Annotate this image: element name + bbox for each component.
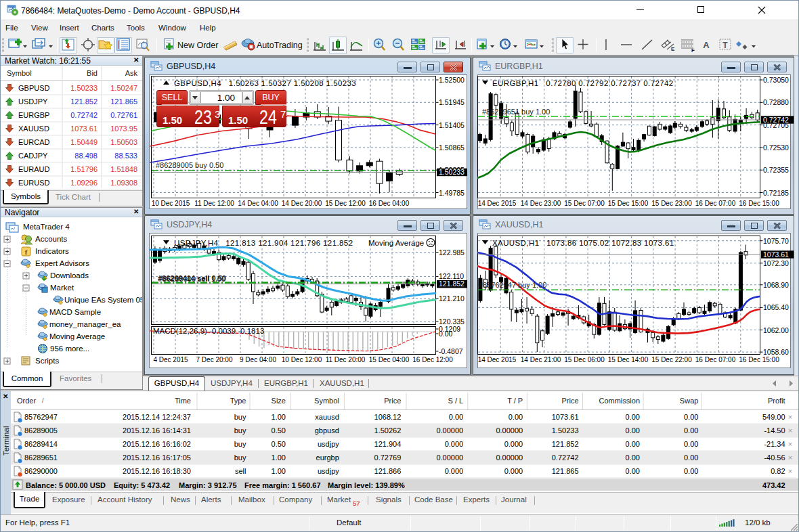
svg-text:Profit: Profit xyxy=(768,397,785,405)
svg-text:11 Dec 12:00: 11 Dec 12:00 xyxy=(194,200,234,207)
svg-text:Symbol: Symbol xyxy=(314,397,339,405)
svg-text:1.50449: 1.50449 xyxy=(70,138,98,146)
svg-text:Margin level: 139.89%: Margin level: 139.89% xyxy=(328,481,405,489)
svg-text:15 Dec 06:00: 15 Dec 06:00 xyxy=(564,356,605,363)
svg-text:GBPUSD: GBPUSD xyxy=(18,84,50,92)
svg-text:0.000: 0.000 xyxy=(445,440,464,448)
svg-text:14 Dec 21:00: 14 Dec 21:00 xyxy=(521,356,561,363)
svg-text:1.50503: 1.50503 xyxy=(110,138,137,146)
svg-text:Bid: Bid xyxy=(87,69,98,77)
svg-text:0.00: 0.00 xyxy=(684,453,698,462)
svg-text:Moving Average: Moving Average xyxy=(368,239,424,247)
svg-text:9 Dec 04:00: 9 Dec 04:00 xyxy=(240,356,276,363)
svg-text:14 Dec 20:00: 14 Dec 20:00 xyxy=(282,200,322,207)
svg-text:1.50262: 1.50262 xyxy=(374,426,402,435)
svg-text:xauusd: xauusd xyxy=(315,413,339,421)
svg-text:0.72769: 0.72769 xyxy=(374,453,402,462)
svg-text:0.00: 0.00 xyxy=(626,453,640,462)
svg-text:Symbol: Symbol xyxy=(7,69,32,77)
svg-text:0.000: 0.000 xyxy=(504,467,523,475)
svg-text:1.52500: 1.52500 xyxy=(439,76,465,84)
svg-text:549.00: 549.00 xyxy=(762,413,785,421)
svg-text:Size: Size xyxy=(272,397,286,405)
svg-text:121.852: 121.852 xyxy=(439,280,465,288)
svg-text:0.00: 0.00 xyxy=(626,413,640,421)
svg-text:0.72742: 0.72742 xyxy=(70,111,98,119)
svg-text:2015.12.16 16:18:30: 2015.12.16 16:18:30 xyxy=(123,467,191,475)
svg-text:0.73050: 0.73050 xyxy=(763,76,789,84)
svg-text:0.50: 0.50 xyxy=(272,440,286,448)
svg-text:4 Dec 2015: 4 Dec 2015 xyxy=(153,356,188,363)
svg-text:0.00: 0.00 xyxy=(684,413,698,421)
svg-text:1075.70: 1075.70 xyxy=(763,237,789,245)
svg-text:1062.00: 1062.00 xyxy=(763,326,789,334)
svg-text:0.00: 0.00 xyxy=(684,440,698,448)
svg-text:14 Dec 2015: 14 Dec 2015 xyxy=(478,356,517,363)
svg-text:×: × xyxy=(788,440,792,448)
svg-text:CADJPY: CADJPY xyxy=(18,152,48,160)
svg-text:1.09308: 1.09308 xyxy=(110,179,137,187)
svg-text:USDJPY,H4 121.813 121.904 12: USDJPY,H4 121.813 121.904 121.796 121.85… xyxy=(174,239,353,247)
svg-text:USDJPY: USDJPY xyxy=(18,97,48,106)
svg-text:0.72742: 0.72742 xyxy=(763,116,789,124)
svg-text:/: / xyxy=(42,397,44,404)
svg-text:86289414: 86289414 xyxy=(24,440,58,448)
svg-text:Downloads: Downloads xyxy=(50,271,89,280)
svg-text:1068.90: 1068.90 xyxy=(763,281,789,289)
svg-text:121.852: 121.852 xyxy=(552,440,579,448)
svg-text:A: A xyxy=(703,40,710,50)
svg-text:Balance: 5 000.00 USD: Balance: 5 000.00 USD xyxy=(26,481,106,489)
svg-text:MACD(12,26,9) -0.0039 -0.1813: MACD(12,26,9) -0.0039 -0.1813 xyxy=(153,327,264,335)
svg-text:0.72355: 0.72355 xyxy=(763,166,789,174)
svg-text:Market: Market xyxy=(50,284,74,292)
svg-text:10 Dec 12:00: 10 Dec 12:00 xyxy=(282,356,322,363)
svg-text:MACD Sample: MACD Sample xyxy=(49,308,101,316)
svg-text:10 Dec 2015: 10 Dec 2015 xyxy=(152,200,190,207)
svg-text:0.00000: 0.00000 xyxy=(436,453,463,462)
svg-text:11 Dec 20:00: 11 Dec 20:00 xyxy=(326,356,366,363)
svg-text:1.51405: 1.51405 xyxy=(439,121,465,129)
svg-text:EURGBP,H1 0.72780 0.72792 0.: EURGBP,H1 0.72780 0.72792 0.72737 0.7274… xyxy=(492,79,674,87)
svg-text:0.000: 0.000 xyxy=(504,440,523,448)
svg-text:Margin: 3 912.75: Margin: 3 912.75 xyxy=(179,481,237,489)
svg-text:2015.12.16 16:16:02: 2015.12.16 16:16:02 xyxy=(123,440,191,448)
svg-text:0.00000: 0.00000 xyxy=(436,426,463,435)
svg-text:buy: buy xyxy=(234,440,246,448)
svg-text:GBPUSD,H4 1.50263 1.50327 1.: GBPUSD,H4 1.50263 1.50327 1.50208 1.5023… xyxy=(174,79,356,87)
svg-text:Price: Price xyxy=(384,397,401,405)
svg-text:f: f xyxy=(25,248,28,256)
svg-text:121.904: 121.904 xyxy=(374,440,402,448)
svg-text:gbpusd: gbpusd xyxy=(315,426,339,435)
svg-text:88.498: 88.498 xyxy=(74,152,98,160)
svg-text:16 Dec 07:00: 16 Dec 07:00 xyxy=(695,356,736,363)
svg-text:14 Dec 04:00: 14 Dec 04:00 xyxy=(238,200,278,207)
svg-text:Swap: Swap xyxy=(680,397,699,405)
svg-text:1073.61: 1073.61 xyxy=(763,250,789,259)
svg-text:×: × xyxy=(788,413,792,421)
svg-text:Price: Price xyxy=(561,397,578,405)
svg-text:Unique EAs System 05: Unique EAs System 05 xyxy=(64,296,142,304)
svg-text:0.72530: 0.72530 xyxy=(763,143,789,152)
svg-text:Type: Type xyxy=(230,397,246,405)
svg-text:1.50233: 1.50233 xyxy=(439,168,465,176)
svg-text:15 Dec 12:00: 15 Dec 12:00 xyxy=(325,200,366,207)
svg-text:0.00: 0.00 xyxy=(684,426,698,435)
svg-text:0.72761: 0.72761 xyxy=(110,111,137,119)
svg-text:86290000: 86290000 xyxy=(24,467,58,475)
svg-text:121.852: 121.852 xyxy=(70,97,98,106)
svg-text:0.00: 0.00 xyxy=(626,467,640,475)
svg-text:0.72880: 0.72880 xyxy=(763,98,789,106)
svg-text:1.51848: 1.51848 xyxy=(110,165,137,173)
svg-text:Free margin: 1 560.67: Free margin: 1 560.67 xyxy=(244,481,321,489)
svg-text:buy: buy xyxy=(234,426,246,435)
svg-text:956 more...: 956 more... xyxy=(50,345,89,353)
svg-text:Moving Average: Moving Average xyxy=(49,332,105,340)
svg-text:0.00: 0.00 xyxy=(684,467,698,475)
svg-text:16 Dec 12:00: 16 Dec 12:00 xyxy=(412,356,453,363)
svg-text:15 Dec 07:00: 15 Dec 07:00 xyxy=(564,200,605,207)
svg-text:EURAUD: EURAUD xyxy=(18,165,50,173)
svg-text:Scripts: Scripts xyxy=(35,357,59,365)
svg-text:XAUUSD,H1 1073.86 1075.02 10: XAUUSD,H1 1073.86 1075.02 1072.83 1073.6… xyxy=(492,239,674,247)
svg-text:1.00: 1.00 xyxy=(272,413,286,421)
svg-text:86289005: 86289005 xyxy=(24,426,58,435)
